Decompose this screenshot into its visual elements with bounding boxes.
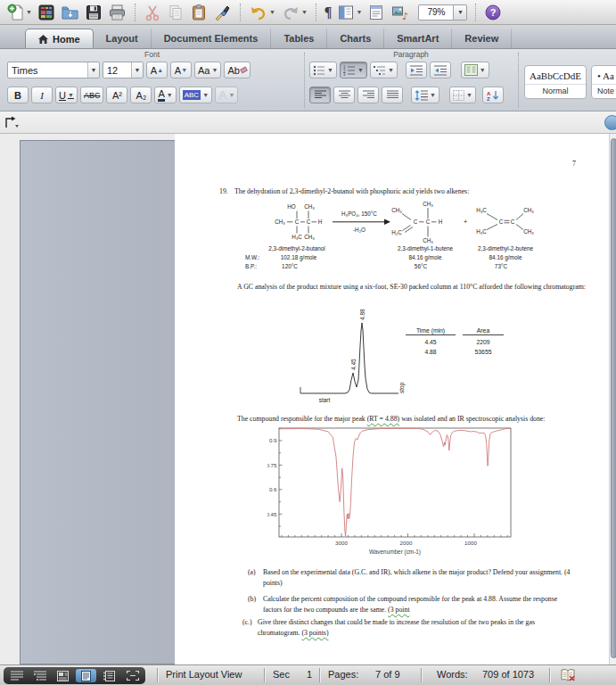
show-formatting-button[interactable]: ¶	[324, 2, 333, 23]
decrease-indent-icon	[410, 65, 423, 76]
words-value[interactable]: 709 of 1073	[482, 669, 534, 680]
document-page[interactable]: 7 19. The dehydration of 2,3-dimethyl-2-…	[175, 134, 609, 664]
increase-indent-button[interactable]	[430, 62, 451, 78]
mw-value: 102.18 g/mole	[281, 254, 317, 261]
atom-label: C	[426, 219, 431, 225]
toolbar-toggle-button[interactable]	[604, 115, 616, 130]
tab-tables[interactable]: Tables	[271, 29, 327, 48]
numbered-list-button[interactable]: 123 ▼	[340, 62, 367, 78]
document-layout-icon	[367, 4, 385, 21]
align-left-button[interactable]	[309, 87, 331, 103]
shrink-font-button[interactable]: A▼	[170, 62, 192, 78]
grow-font-button[interactable]: A▲	[146, 62, 168, 78]
tab-document-elements[interactable]: Document Elements	[152, 29, 272, 48]
print-layout-view-button[interactable]	[76, 669, 96, 682]
font-size-dropdown[interactable]: ▼	[131, 62, 143, 78]
subscript-button[interactable]: A₂	[130, 87, 152, 103]
style-chip-normal[interactable]: AaBbCcDdE Normal	[524, 65, 587, 99]
help-button[interactable]: ?	[484, 2, 502, 23]
scrollbar-thumb[interactable]	[611, 138, 616, 658]
style-label: Note	[592, 84, 616, 98]
strikethrough-button[interactable]: ABC	[80, 87, 104, 103]
focus-view-button[interactable]	[122, 669, 143, 682]
media-browser-button[interactable]: ♪	[390, 2, 410, 23]
atom-label: H₂C	[391, 229, 402, 235]
gc-table-header-area: Area	[463, 327, 504, 335]
mw-value: 84.16 g/mole	[489, 254, 522, 261]
outline-view-button[interactable]	[29, 669, 50, 682]
atom-label: C	[414, 219, 418, 225]
multilevel-list-button[interactable]: ▼	[370, 62, 398, 78]
undo-dropdown[interactable]: ▼	[269, 9, 275, 15]
question-c: (c.) Give three distinct changes that co…	[242, 617, 565, 638]
font-size-combo[interactable]: 12 ▼	[103, 62, 144, 78]
highlight-button[interactable]: ABC▼	[179, 87, 212, 103]
elements-gallery-button[interactable]	[37, 2, 55, 23]
new-document-button[interactable]: ▼	[7, 2, 32, 23]
font-name-dropdown[interactable]: ▼	[87, 62, 99, 78]
save-floppy-icon	[85, 4, 103, 21]
align-right-button[interactable]	[357, 87, 379, 103]
bullet-list-button[interactable]: ▼	[309, 62, 337, 78]
text-effects-button[interactable]: A▼	[215, 87, 238, 103]
tab-layout[interactable]: Layout	[94, 29, 152, 48]
justify-button[interactable]	[382, 87, 403, 103]
font-name-combo[interactable]: Times ▼	[7, 62, 100, 78]
show-document-button[interactable]	[367, 2, 385, 23]
outline-view-icon	[34, 671, 46, 681]
workspace-background-panel	[20, 140, 175, 664]
spelling-status-button[interactable]	[560, 668, 576, 682]
align-center-button[interactable]	[333, 87, 355, 103]
multilevel-list-icon	[374, 65, 386, 76]
underline-button[interactable]: U▼	[55, 87, 78, 103]
media-browser-icon: ♪	[390, 4, 410, 21]
format-painter-button[interactable]	[213, 2, 232, 23]
borders-button[interactable]: ▼	[449, 87, 476, 103]
print-button[interactable]	[108, 2, 127, 23]
superscript-button[interactable]: A²	[106, 87, 127, 103]
decrease-indent-button[interactable]	[406, 62, 427, 78]
italic-button[interactable]: I	[31, 87, 53, 103]
group-separator	[304, 53, 305, 108]
publishing-layout-view-button[interactable]	[53, 669, 73, 682]
redo-button[interactable]: ▼	[281, 2, 308, 23]
svg-text:?: ?	[490, 7, 497, 18]
font-color-button[interactable]: A▼	[154, 87, 176, 103]
paste-button[interactable]	[190, 2, 208, 23]
tab-stop-selector-icon[interactable]	[4, 115, 20, 129]
style-chip-note[interactable]: • Aa Note	[591, 65, 616, 99]
new-document-dropdown[interactable]: ▼	[26, 9, 32, 15]
notebook-layout-view-button[interactable]	[99, 669, 119, 682]
gc-chromatogram: start stop 4.45 4.88	[294, 301, 499, 409]
zoom-dropdown[interactable]: ▼	[454, 4, 467, 21]
tab-home[interactable]: Home	[25, 29, 94, 48]
save-button[interactable]	[85, 2, 103, 23]
clear-formatting-button[interactable]: Ab	[224, 62, 250, 78]
section-value[interactable]: 1	[307, 669, 312, 680]
print-layout-icon	[81, 671, 91, 681]
atom-label: C	[295, 219, 300, 225]
zoom-control[interactable]: 79% ▼	[418, 2, 467, 23]
cut-button[interactable]	[144, 2, 161, 23]
sidebar-dropdown[interactable]: ▼	[356, 9, 362, 15]
zoom-value[interactable]: 79%	[418, 4, 454, 21]
sort-button[interactable]: A Z	[482, 87, 504, 103]
sidebar-button[interactable]: ▼	[337, 2, 362, 23]
view-mode-label[interactable]: Print Layout View	[166, 669, 242, 680]
line-spacing-button[interactable]: ▼	[411, 87, 439, 103]
tab-review[interactable]: Review	[452, 29, 512, 48]
vertical-scrollbar[interactable]	[609, 134, 616, 664]
bold-button[interactable]: B	[7, 87, 29, 103]
tab-smartart[interactable]: SmartArt	[384, 29, 452, 48]
redo-dropdown[interactable]: ▼	[301, 9, 308, 15]
pages-value[interactable]: 7 of 9	[375, 669, 400, 680]
toolbar-separator	[135, 4, 136, 21]
draft-view-button[interactable]	[6, 669, 27, 682]
open-button[interactable]	[61, 2, 79, 23]
undo-button[interactable]: ▼	[249, 2, 275, 23]
columns-button[interactable]: ▼	[461, 62, 489, 78]
words-label: Words:	[437, 669, 468, 680]
copy-button[interactable]	[167, 2, 185, 23]
change-case-button[interactable]: Aa▼	[194, 62, 221, 78]
tab-charts[interactable]: Charts	[327, 29, 384, 48]
